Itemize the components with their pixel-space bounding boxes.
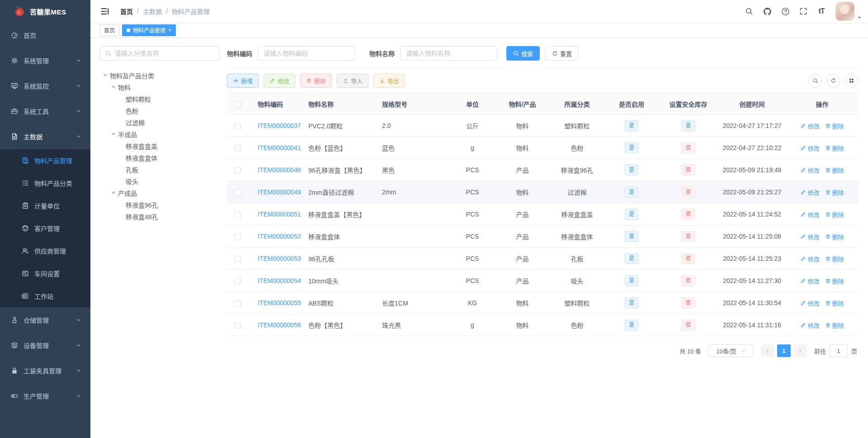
- safety-stock-badge[interactable]: 否: [681, 231, 695, 242]
- search-button[interactable]: 搜索: [506, 46, 540, 61]
- refresh-table-icon[interactable]: [826, 74, 840, 88]
- row-edit-link[interactable]: 修改: [800, 210, 819, 219]
- row-edit-link[interactable]: 修改: [800, 166, 819, 174]
- tree-node[interactable]: 半成品: [99, 128, 220, 140]
- sidebar-item-material-product-management[interactable]: 物料产品管理: [0, 149, 90, 172]
- sidebar-item-system-monitor[interactable]: 系统监控: [0, 73, 90, 99]
- row-edit-link[interactable]: 修改: [800, 144, 819, 152]
- tree-node[interactable]: 物料及产品分类: [99, 70, 220, 81]
- safety-stock-badge[interactable]: 否: [681, 320, 695, 330]
- avatar[interactable]: [835, 2, 854, 21]
- sidebar-item-material-product-category[interactable]: 物料产品分类: [0, 172, 90, 194]
- row-edit-link[interactable]: 修改: [800, 299, 819, 307]
- row-checkbox[interactable]: [235, 278, 241, 284]
- sidebar-item-master-data[interactable]: 主数据: [0, 124, 90, 149]
- enabled-badge[interactable]: 是: [625, 297, 638, 308]
- sidebar-item-measure-unit[interactable]: 计量单位: [0, 194, 90, 217]
- safety-stock-badge[interactable]: 否: [681, 187, 695, 198]
- delete-button[interactable]: 删除: [300, 74, 332, 88]
- sidebar-item-equipment-management[interactable]: 设备管理: [0, 333, 90, 358]
- tree-node[interactable]: 孔板: [99, 164, 220, 175]
- tree-node[interactable]: 移液盒盒盖: [99, 140, 220, 152]
- material-code-link[interactable]: ITEM00000053: [258, 255, 301, 262]
- row-delete-link[interactable]: 删除: [825, 299, 844, 307]
- tab-home[interactable]: 首页: [99, 24, 119, 36]
- tab-material-product-management[interactable]: 物料产品管理×: [122, 24, 176, 36]
- material-code-link[interactable]: ITEM00000046: [258, 166, 301, 174]
- app-logo[interactable]: K 苦糖果MES: [0, 0, 90, 23]
- enabled-badge[interactable]: 是: [625, 165, 638, 175]
- tree-expand-icon[interactable]: [111, 133, 116, 138]
- row-delete-link[interactable]: 删除: [825, 166, 844, 174]
- material-code-link[interactable]: ITEM00000051: [258, 211, 301, 218]
- sidebar-item-warehouse-management[interactable]: 仓储管理: [0, 307, 90, 333]
- row-edit-link[interactable]: 修改: [800, 254, 819, 263]
- enabled-badge[interactable]: 是: [625, 231, 638, 242]
- tree-node[interactable]: 塑料颗粒: [99, 93, 220, 105]
- enabled-badge[interactable]: 是: [625, 120, 638, 131]
- row-edit-link[interactable]: 修改: [800, 122, 819, 130]
- row-delete-link[interactable]: 删除: [825, 144, 844, 152]
- font-size-icon[interactable]: tT: [815, 4, 828, 19]
- tree-node[interactable]: 吸头: [99, 175, 220, 187]
- material-code-link[interactable]: ITEM00000054: [258, 277, 301, 284]
- safety-stock-badge[interactable]: 否: [681, 275, 695, 286]
- row-delete-link[interactable]: 删除: [825, 277, 844, 285]
- row-edit-link[interactable]: 修改: [800, 188, 819, 197]
- row-checkbox[interactable]: [235, 300, 241, 306]
- close-icon[interactable]: ×: [168, 28, 171, 33]
- safety-stock-badge[interactable]: 是: [681, 120, 695, 131]
- row-edit-link[interactable]: 修改: [800, 232, 819, 241]
- next-page-button[interactable]: [793, 344, 807, 357]
- tree-node[interactable]: 物料: [99, 81, 220, 93]
- sidebar-item-production-management[interactable]: 生产管理: [0, 383, 90, 409]
- row-edit-link[interactable]: 修改: [800, 277, 819, 285]
- row-delete-link[interactable]: 删除: [825, 321, 844, 330]
- safety-stock-badge[interactable]: 否: [681, 297, 695, 308]
- page-number-button[interactable]: 1: [777, 344, 791, 357]
- breadcrumb-home[interactable]: 首页: [120, 7, 133, 16]
- page-size-select[interactable]: 10条/页: [708, 344, 754, 357]
- row-checkbox[interactable]: [235, 167, 241, 174]
- row-checkbox[interactable]: [235, 212, 241, 218]
- row-checkbox[interactable]: [235, 234, 241, 240]
- sidebar-item-system-management[interactable]: 系统管理: [0, 48, 90, 73]
- tree-node[interactable]: 移液盒96孔: [99, 199, 220, 211]
- tree-search-input[interactable]: [115, 50, 214, 57]
- material-code-link[interactable]: ITEM00000056: [258, 321, 301, 329]
- enabled-badge[interactable]: 是: [625, 209, 638, 220]
- safety-stock-badge[interactable]: 否: [681, 142, 695, 153]
- tree-node[interactable]: 产成品: [99, 187, 220, 199]
- tree-node[interactable]: 移液盒48孔: [99, 211, 220, 222]
- prev-page-button[interactable]: [761, 344, 774, 357]
- sidebar-collapse-icon[interactable]: [97, 7, 113, 16]
- tree-node[interactable]: 移液盒盒体: [99, 152, 220, 164]
- goto-page-input[interactable]: [830, 344, 848, 357]
- safety-stock-badge[interactable]: 否: [681, 253, 695, 264]
- enabled-badge[interactable]: 是: [625, 275, 638, 286]
- sidebar-item-workstation[interactable]: 工作站: [0, 285, 90, 307]
- add-button[interactable]: 新增: [227, 74, 259, 88]
- row-delete-link[interactable]: 删除: [825, 122, 844, 130]
- fullscreen-icon[interactable]: [797, 4, 810, 19]
- enabled-badge[interactable]: 是: [625, 320, 638, 330]
- material-name-input[interactable]: [400, 46, 497, 61]
- tree-expand-icon[interactable]: [111, 86, 116, 91]
- material-code-input[interactable]: [258, 46, 355, 61]
- tree-expand-icon[interactable]: [103, 74, 108, 79]
- help-icon[interactable]: [778, 4, 792, 19]
- row-checkbox[interactable]: [235, 145, 241, 151]
- export-button[interactable]: 导出: [373, 74, 405, 88]
- sidebar-item-tooling-fixture-management[interactable]: 工装夹具管理: [0, 358, 90, 383]
- row-delete-link[interactable]: 删除: [825, 210, 844, 219]
- sidebar-item-system-tools[interactable]: 系统工具: [0, 99, 90, 124]
- reset-button[interactable]: 重置: [545, 46, 579, 61]
- safety-stock-badge[interactable]: 否: [681, 165, 695, 175]
- github-icon[interactable]: [760, 4, 774, 19]
- tree-node[interactable]: 过滤棉: [99, 117, 220, 128]
- sidebar-item-customer-management[interactable]: 客户管理: [0, 217, 90, 240]
- tree-node[interactable]: 色粉: [99, 105, 220, 117]
- sidebar-item-workshop-settings[interactable]: 车间设置: [0, 262, 90, 285]
- search-icon[interactable]: [742, 4, 756, 19]
- material-code-link[interactable]: ITEM00000052: [258, 233, 301, 240]
